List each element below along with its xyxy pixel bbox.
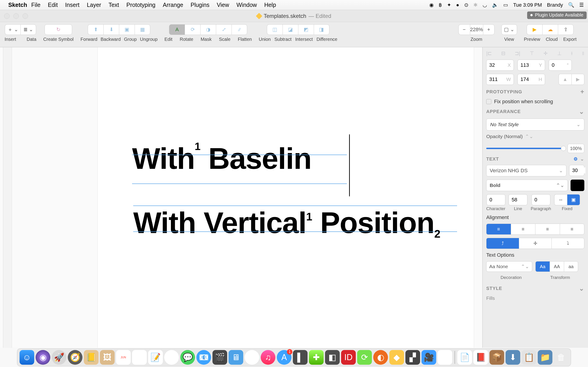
zoom-in-button[interactable]: + (483, 24, 494, 35)
app-icon[interactable]: ◧ (325, 350, 340, 365)
x-input[interactable] (489, 62, 502, 68)
text-valign-top[interactable]: ⤴ (486, 238, 519, 249)
status-icon[interactable]: ● (456, 2, 459, 8)
subtract-button[interactable]: ◪ (283, 24, 298, 35)
width-input[interactable] (489, 76, 502, 82)
trash-icon[interactable]: 🗑 (554, 350, 569, 365)
safari-icon[interactable]: 🧭 (68, 350, 82, 365)
desktop-icon[interactable]: 🖥 (229, 350, 243, 365)
battery-icon[interactable]: ▭ (503, 2, 508, 8)
menu-prototyping[interactable]: Prototyping (126, 2, 155, 8)
notes-icon[interactable]: 📝 (148, 350, 163, 365)
menu-icon[interactable]: ☰ (579, 2, 584, 8)
keynote-icon[interactable]: 🎬 (212, 350, 227, 365)
fix-position-checkbox[interactable]: Fix position when scrolling (486, 99, 584, 105)
app-icon[interactable]: ⟳ (357, 350, 372, 365)
distribute-h-icon[interactable]: ⫲ (571, 50, 573, 56)
align-top-icon[interactable]: ⊤ (530, 50, 534, 56)
text-layer-baseline[interactable]: With1 Baselin (132, 141, 311, 176)
gear-icon[interactable]: ⚙ (573, 156, 578, 162)
blend-mode-chevron[interactable]: ⌃⌄ (525, 134, 533, 139)
launchpad-icon[interactable]: 🚀 (52, 350, 66, 365)
ungroup-button[interactable]: ▦ (135, 24, 150, 35)
text-layer-vertical[interactable]: With Vertical1 Position2 (133, 206, 440, 240)
appstore-icon[interactable]: A (277, 350, 292, 365)
reminders-icon[interactable]: ☑ (132, 350, 147, 365)
edit-button[interactable]: A (169, 24, 185, 35)
flatten-button[interactable]: ⫽ (232, 24, 247, 35)
font-weight-dropdown[interactable]: Bold⌃⌄ (486, 180, 568, 191)
menu-plugins[interactable]: Plugins (191, 2, 209, 8)
news-icon[interactable]: N (245, 350, 259, 365)
music-icon[interactable]: ♫ (261, 350, 275, 365)
expand-icon[interactable]: ⌄ (579, 108, 584, 115)
menu-layer[interactable]: Layer (87, 2, 101, 8)
align-left-icon[interactable]: |⊏ (486, 50, 492, 56)
artboard[interactable]: With1 Baselin With Vertical1 Position2 (97, 47, 474, 348)
rotation-input[interactable] (552, 62, 565, 68)
menu-arrange[interactable]: Arrange (163, 2, 183, 8)
notes-stack-icon[interactable]: 📋 (522, 350, 536, 365)
font-size-input[interactable] (572, 167, 586, 173)
maximize-button[interactable] (23, 13, 28, 19)
union-button[interactable]: ◫ (267, 24, 283, 35)
align-bottom-icon[interactable]: ⊥ (557, 50, 562, 56)
text-valign-bottom[interactable]: ⤵ (552, 238, 584, 249)
font-family-dropdown[interactable]: Verizon NHG DS⌄ (486, 165, 566, 176)
rotate-button[interactable]: ⟳ (185, 24, 200, 35)
create-symbol-button[interactable]: ↻ (44, 24, 72, 35)
text-style-dropdown[interactable]: No Text Style⌄ (486, 119, 584, 131)
clock[interactable]: Tue 3:09 PM (513, 2, 542, 8)
close-button[interactable] (4, 13, 10, 19)
user-name[interactable]: Brandy (547, 2, 563, 8)
text-valign-middle[interactable]: ✛ (519, 238, 552, 249)
text-align-left[interactable]: ≡ (486, 224, 511, 235)
flip-h-button[interactable]: ▲ (559, 74, 571, 85)
status-icon[interactable]: ✦ (447, 2, 451, 8)
minimize-button[interactable] (13, 13, 19, 19)
messages-icon[interactable]: 💬 (180, 350, 195, 365)
layers-panel-collapsed[interactable] (0, 47, 3, 348)
paragraph-spacing-input[interactable] (535, 197, 548, 203)
transform-none[interactable]: Aa (536, 261, 550, 272)
align-right-icon[interactable]: ⊐| (515, 50, 520, 56)
status-icon[interactable]: ⊙ (464, 2, 468, 8)
align-center-v-icon[interactable]: ✛ (544, 50, 548, 56)
status-icon[interactable]: ฿ (439, 2, 442, 8)
app-icon[interactable]: ✚ (309, 350, 324, 365)
line-spacing-input[interactable] (511, 197, 525, 203)
chevron-icon[interactable]: ⌄ (580, 156, 584, 162)
height-input[interactable] (520, 76, 534, 82)
decoration-dropdown[interactable]: Aa None⌃⌄ (486, 261, 532, 272)
contacts-icon[interactable]: 📒 (84, 350, 99, 365)
zoom-out-button[interactable]: − (458, 24, 470, 35)
preview-button[interactable]: ▶ (527, 24, 542, 35)
mask-button[interactable]: ◑ (200, 24, 216, 35)
menu-view[interactable]: View (217, 2, 229, 8)
app-icon[interactable]: ⊞ (438, 350, 452, 365)
flip-v-button[interactable]: ▶ (571, 74, 584, 85)
folder-icon[interactable]: 📁 (538, 350, 552, 365)
view-button[interactable]: ▢ ⌄ (502, 24, 517, 35)
sketch-icon[interactable]: ◆ (389, 350, 404, 365)
zoom-icon[interactable]: 🎥 (422, 350, 436, 365)
terminal-icon[interactable]: ▌ (293, 350, 308, 365)
calendar-icon[interactable]: JUN (116, 350, 131, 365)
text-align-justify[interactable]: ≡ (560, 224, 585, 235)
plugin-update-pill[interactable]: Plugin Update Available (527, 11, 587, 19)
opacity-value[interactable]: 100% (568, 144, 584, 153)
text-align-center[interactable]: ≡ (511, 224, 536, 235)
backward-button[interactable]: ⬇ (103, 24, 119, 35)
distribute-v-icon[interactable]: ⫴ (582, 50, 584, 56)
transform-lower[interactable]: aa (564, 261, 578, 272)
status-icon[interactable]: ◉ (429, 2, 434, 8)
align-center-h-icon[interactable]: ⊟ (501, 50, 505, 56)
menu-insert[interactable]: Insert (65, 2, 79, 8)
mail-icon[interactable]: 📧 (196, 350, 211, 365)
text-align-right[interactable]: ≡ (535, 224, 560, 235)
clock-icon[interactable]: ⏱ (164, 350, 179, 365)
difference-button[interactable]: ◨ (314, 24, 329, 35)
auto-width-button[interactable]: ↔ (554, 194, 567, 205)
expand-icon[interactable]: ⌄ (579, 285, 584, 292)
group-button[interactable]: ▣ (119, 24, 135, 35)
